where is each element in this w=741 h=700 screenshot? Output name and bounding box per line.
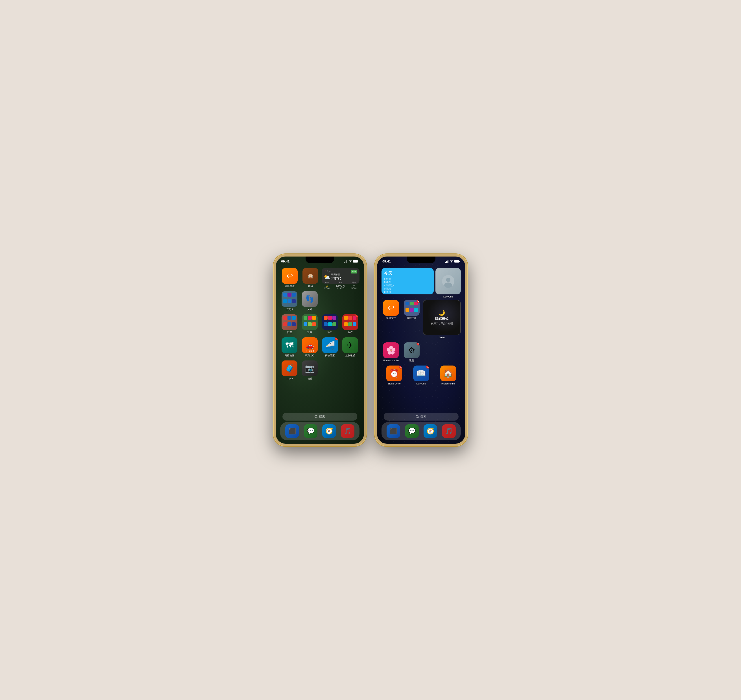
- inote-label: iNote: [439, 336, 445, 339]
- app-label-travel: 旅行: [348, 331, 353, 334]
- status-icons-right: [445, 260, 460, 263]
- svg-point-17: [416, 415, 418, 418]
- app-guide[interactable]: 攻略: [300, 314, 319, 334]
- app-label-track: 足迹: [307, 308, 312, 311]
- forecast-thu: 周四 ☂ 21°/26°: [351, 281, 357, 289]
- inote-subtitle: 夜深了，早点休息吧: [431, 322, 453, 325]
- app-gaode[interactable]: 🗺 高德地图: [280, 337, 299, 357]
- app-label-back: 退出专注: [285, 285, 294, 288]
- app-didi[interactable]: 🚗 十一大放假 滴滴出行: [300, 337, 319, 357]
- app-label-flight: 航旅纵横: [346, 354, 355, 357]
- battery-icon: [353, 260, 359, 263]
- app-imagic[interactable]: 🏠 iMagicHome: [435, 366, 461, 385]
- app-label-didi: 滴滴出行: [305, 354, 315, 357]
- search-icon-right: [416, 415, 419, 418]
- dock-frameup[interactable]: ⬛: [285, 424, 299, 438]
- dock-safari-right[interactable]: 🧭: [423, 424, 437, 438]
- app-rail[interactable]: 🚄 1 高铁管家: [321, 337, 339, 357]
- signal-icon: [344, 260, 347, 263]
- home-content: ↩ 退出专注 🏨 住宿: [276, 266, 364, 444]
- svg-line-18: [418, 417, 419, 418]
- inote-widget-container[interactable]: 🌙 睡眠模式 夜深了，早点休息吧 iNote: [423, 300, 461, 339]
- app-back-right[interactable]: ↩ 退出专注: [382, 300, 400, 319]
- app-flight[interactable]: ✈ 航旅纵横: [341, 337, 359, 357]
- weather-temp: 29°C: [331, 276, 341, 281]
- day-one-widget[interactable]: 今天 5 位置 0 事件 42 张照片 0 视频 0 条目: [382, 268, 434, 294]
- app-label-listen: 聆听: [328, 331, 332, 334]
- svg-point-15: [446, 278, 450, 282]
- weather-widget[interactable]: 📍定位 ⛅ 晴间多云 29°C: [322, 268, 359, 288]
- search-label-right: 搜索: [420, 415, 426, 419]
- app-row-3-right: ⏰ 1 Sleep Cycle 📖 1 Day One: [382, 366, 461, 385]
- right-phone: 09:41: [375, 254, 468, 446]
- app-label-camera: 相机: [307, 377, 312, 380]
- svg-rect-12: [454, 260, 459, 262]
- battery-icon-right: [454, 260, 460, 263]
- svg-rect-0: [344, 262, 344, 263]
- app-label-sleep-cycle: Sleep Cycle: [388, 382, 401, 385]
- aqi-badge: 30 优: [351, 270, 357, 274]
- search-icon: [315, 415, 318, 418]
- dock-wechat-right[interactable]: 💬: [405, 424, 419, 438]
- app-hotel[interactable]: 🏨 住宿: [301, 268, 320, 288]
- day-one-item-2: 42 张照片: [384, 284, 431, 287]
- weather-location: 📍定位: [324, 270, 341, 273]
- app-row-2-right: 🌸 Photos Mobile ⚙ 2 设置: [382, 343, 461, 362]
- svg-rect-4: [353, 260, 358, 262]
- forecast-wed: 周三 ☂ 21°/30°: [337, 281, 344, 289]
- app-back[interactable]: ↩ 退出专注: [280, 268, 299, 288]
- inote-title: 睡眠模式: [431, 317, 453, 321]
- search-bar-left[interactable]: 搜索: [282, 413, 357, 421]
- app-bus[interactable]: 公交卡: [280, 291, 299, 311]
- app-schedule[interactable]: 日程: [280, 314, 299, 334]
- svg-rect-5: [358, 261, 359, 262]
- search-label-left: 搜索: [319, 415, 325, 419]
- app-track[interactable]: 👣 足迹: [300, 291, 319, 311]
- left-phone: 09:41: [273, 254, 366, 446]
- wifi-icon: [348, 260, 352, 263]
- dock-music-right[interactable]: 🎵: [442, 424, 456, 438]
- weather-condition: 晴间多云: [331, 273, 341, 276]
- svg-line-7: [317, 417, 318, 418]
- signal-icon-right: [445, 260, 448, 263]
- app-label-sleep-folder: 睡前小事: [407, 317, 416, 319]
- app-label-gaode: 高德地图: [285, 354, 294, 357]
- dock-left: ⬛ 💬 🧭 🎵: [280, 422, 359, 440]
- app-label-hotel: 住宿: [308, 285, 313, 288]
- app-label-back-right: 退出专注: [386, 317, 396, 319]
- app-sleep-folder[interactable]: 2 睡前小事: [402, 300, 421, 319]
- forecast-today: 今天 🌙 26°/34°: [324, 281, 331, 289]
- app-day-one[interactable]: 📖 1 Day One: [409, 366, 434, 385]
- dock-music[interactable]: 🎵: [341, 424, 354, 438]
- photo-widget[interactable]: [435, 268, 461, 294]
- search-bar-right[interactable]: 搜索: [384, 413, 459, 421]
- app-travel[interactable]: 1 旅行: [341, 314, 359, 334]
- dock-safari[interactable]: 🧭: [322, 424, 336, 438]
- app-camera[interactable]: 📷 相机: [300, 360, 319, 380]
- notch: [306, 256, 334, 263]
- svg-rect-2: [346, 260, 346, 263]
- app-label-schedule: 日程: [287, 331, 292, 334]
- app-photos[interactable]: 🌸 Photos Mobile: [382, 343, 400, 362]
- app-listen[interactable]: 聆听: [321, 314, 339, 334]
- app-settings[interactable]: ⚙ 2 设置: [402, 343, 421, 362]
- day-one-item-0: 5 位置: [384, 277, 431, 281]
- svg-rect-9: [446, 261, 447, 263]
- app-row-1-right: ↩ 退出专注: [382, 300, 461, 339]
- dock-frameup-right[interactable]: ⬛: [387, 424, 400, 438]
- svg-point-16: [444, 282, 452, 288]
- app-tripsy[interactable]: 🧳 Tripsy: [280, 360, 299, 380]
- widget-row-top: 今天 5 位置 0 事件 42 张照片 0 视频 0 条目: [382, 268, 461, 298]
- svg-rect-10: [447, 260, 448, 263]
- app-sleep-cycle[interactable]: ⏰ 1 Sleep Cycle: [382, 366, 407, 385]
- home-content-right: 今天 5 位置 0 事件 42 张照片 0 视频 0 条目: [377, 266, 465, 444]
- svg-point-6: [315, 415, 317, 418]
- svg-rect-8: [445, 262, 446, 263]
- day-one-widget-label: Day One: [443, 295, 453, 298]
- svg-rect-13: [459, 261, 460, 262]
- spacer-right-2: [423, 343, 461, 362]
- dock-wechat[interactable]: 💬: [304, 424, 318, 438]
- svg-rect-11: [448, 260, 448, 263]
- app-label-day-one: Day One: [416, 382, 426, 385]
- photo-widget-container[interactable]: Day One: [435, 268, 461, 298]
